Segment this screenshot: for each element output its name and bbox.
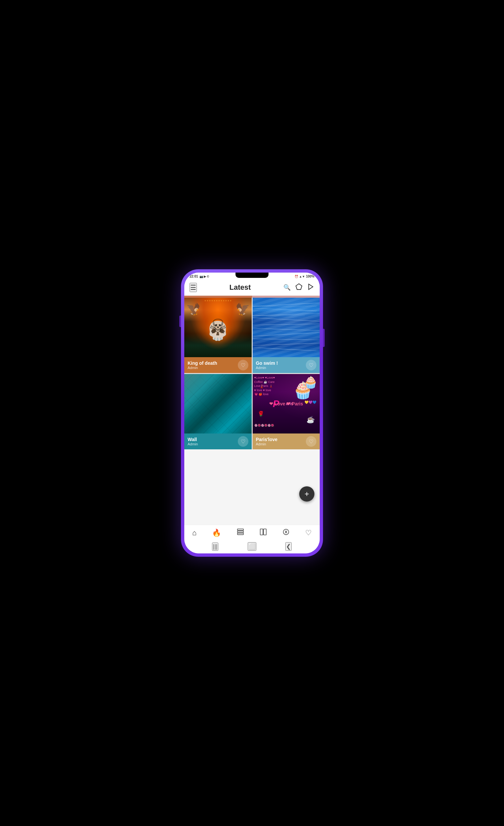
bottom-navigation: ⌂ 🔥 xyxy=(184,525,320,539)
card-title-paris-love: Paris'love xyxy=(256,437,278,442)
wallpaper-image-wall xyxy=(184,374,252,433)
search-button[interactable]: 🔍 xyxy=(284,284,291,291)
svg-rect-4 xyxy=(237,533,243,535)
nav-layout[interactable] xyxy=(257,528,269,538)
main-content: ✦✦✦✦✦✦✦✦✦✦✦✦ 💀 🦅 🦅 King of death Admin ♡ xyxy=(184,298,320,525)
wallpaper-image-king-death: ✦✦✦✦✦✦✦✦✦✦✦✦ 💀 🦅 🦅 xyxy=(184,298,252,357)
status-battery: 100% xyxy=(306,275,314,278)
card-author-wall: Admin xyxy=(188,442,198,446)
status-alarm: ⏰ xyxy=(295,275,298,278)
card-title-wall: Wall xyxy=(188,437,198,442)
nav-home[interactable]: ⌂ xyxy=(190,529,199,537)
app-toolbar: ☰ Latest 🔍 xyxy=(184,280,320,296)
card-go-swim[interactable]: Go swim ! Admin ♡ xyxy=(253,298,320,373)
shuffle-icon xyxy=(282,528,290,538)
nav-favorites[interactable]: ♡ xyxy=(303,529,314,537)
svg-rect-2 xyxy=(237,529,243,531)
home-hardware-icon: ⬜ xyxy=(248,543,256,550)
svg-rect-5 xyxy=(260,529,263,535)
home-hardware-button[interactable]: ⬜ xyxy=(248,542,256,551)
svg-rect-6 xyxy=(263,529,266,535)
card-paris-love[interactable]: ♥Love♥ ♥Love♥Coffee ☕ CareLove Paris 🗼♥ … xyxy=(253,374,320,449)
card-footer-paris-love: Paris'love Admin ♡ xyxy=(253,433,320,449)
card-title-king-death: King of death xyxy=(188,360,217,366)
wallpaper-image-paris: ♥Love♥ ♥Love♥Coffee ☕ CareLove Paris 🗼♥ … xyxy=(253,374,320,433)
page-title: Latest xyxy=(230,283,251,292)
card-author-paris-love: Admin xyxy=(256,442,278,446)
card-author-king-death: Admin xyxy=(188,366,217,370)
svg-marker-0 xyxy=(296,284,302,289)
card-king-death[interactable]: ✦✦✦✦✦✦✦✦✦✦✦✦ 💀 🦅 🦅 King of death Admin ♡ xyxy=(184,298,252,373)
heart-icon: ♡ xyxy=(305,529,312,537)
card-wall[interactable]: Wall Admin ♡ xyxy=(184,374,252,449)
status-signal: ▲▼ xyxy=(299,275,305,278)
favorite-button-paris-love[interactable]: ♡ xyxy=(306,436,316,447)
card-footer-king-death: King of death Admin ♡ xyxy=(184,357,252,373)
card-author-go-swim: Admin xyxy=(256,366,278,370)
svg-marker-1 xyxy=(309,284,313,289)
phone-frame: 22:01 📷 ▶ © ⏰ ▲▼ 100% ☰ Latest 🔍 xyxy=(181,269,323,557)
nav-shuffle[interactable] xyxy=(280,528,292,538)
layout-icon xyxy=(260,528,267,538)
svg-rect-3 xyxy=(237,531,243,533)
recents-icon: ||| xyxy=(213,543,217,550)
wallpaper-grid: ✦✦✦✦✦✦✦✦✦✦✦✦ 💀 🦅 🦅 King of death Admin ♡ xyxy=(184,298,320,449)
play-store-button[interactable] xyxy=(307,283,314,292)
system-navigation: ||| ⬜ ❮ xyxy=(184,539,320,553)
card-footer-wall: Wall Admin ♡ xyxy=(184,433,252,449)
favorite-button-king-death[interactable]: ♡ xyxy=(238,360,248,370)
recents-button[interactable]: ||| xyxy=(212,542,218,551)
fire-icon: 🔥 xyxy=(212,529,221,537)
fab-button[interactable]: + xyxy=(299,486,314,501)
diamond-button[interactable] xyxy=(295,283,303,292)
menu-button[interactable]: ☰ xyxy=(190,283,197,292)
back-button[interactable]: ❮ xyxy=(286,542,292,551)
home-icon: ⌂ xyxy=(192,529,196,537)
nav-trending[interactable]: 🔥 xyxy=(209,529,224,537)
status-icons: 📷 ▶ © xyxy=(199,275,209,278)
phone-screen: 22:01 📷 ▶ © ⏰ ▲▼ 100% ☰ Latest 🔍 xyxy=(184,273,320,553)
back-icon: ❮ xyxy=(286,543,291,550)
notch xyxy=(236,273,268,278)
favorite-button-wall[interactable]: ♡ xyxy=(238,436,248,447)
nav-collections[interactable] xyxy=(234,528,247,538)
wallpaper-image-ocean xyxy=(253,298,320,357)
status-time: 22:01 xyxy=(190,275,198,278)
collections-icon xyxy=(237,528,244,538)
toolbar-icons: 🔍 xyxy=(284,283,314,292)
